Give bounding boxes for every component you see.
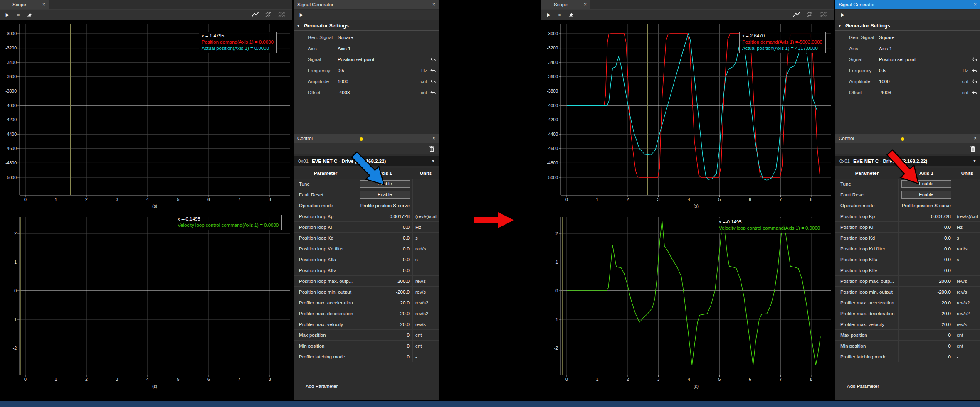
multi-plot-icon[interactable] xyxy=(819,10,827,20)
parameter-value[interactable]: 0.0 xyxy=(899,243,954,254)
stop-button[interactable]: ■ xyxy=(555,10,564,20)
single-plot-icon[interactable] xyxy=(251,10,259,20)
setting-value[interactable]: 0.5 xyxy=(338,68,344,73)
parameter-value[interactable]: 20.0 xyxy=(357,297,413,308)
generator-settings-header[interactable]: ▾ Generator Settings xyxy=(294,21,439,31)
parameter-value[interactable]: 0.0 xyxy=(899,222,954,232)
parameter-value[interactable]: 0.0 xyxy=(899,254,954,265)
parameter-value[interactable]: 0.0 xyxy=(357,233,413,243)
parameter-value[interactable]: 0 xyxy=(357,341,413,351)
svg-text:5: 5 xyxy=(177,197,180,202)
close-icon[interactable]: × xyxy=(584,2,587,7)
parameter-value[interactable]: 200.0 xyxy=(357,276,413,286)
parameter-value[interactable]: -200.0 xyxy=(357,287,413,297)
play-button[interactable]: ▶ xyxy=(3,10,12,20)
undo-icon[interactable] xyxy=(430,79,436,84)
undo-icon[interactable] xyxy=(972,79,978,84)
clear-scope-button[interactable] xyxy=(25,10,33,20)
parameter-value[interactable]: -200.0 xyxy=(899,287,954,297)
parameter-value[interactable]: 20.0 xyxy=(357,319,413,329)
play-button[interactable]: ▶ xyxy=(297,10,306,20)
parameter-value[interactable]: 20.0 xyxy=(899,319,954,329)
fault-reset-enable-button[interactable]: Enable xyxy=(901,191,951,199)
scope-chart-bottom[interactable]: 210-1-2012345678(s) xyxy=(0,210,292,390)
setting-value[interactable]: 0.5 xyxy=(879,68,886,73)
chevron-down-icon[interactable]: ▼ xyxy=(973,159,977,163)
undo-icon[interactable] xyxy=(430,91,436,96)
parameter-value[interactable]: 0 xyxy=(899,341,954,351)
split-plot-icon[interactable] xyxy=(264,10,273,20)
setting-value[interactable]: Square xyxy=(338,35,353,40)
parameter-value[interactable]: 0.001728 xyxy=(357,211,413,221)
parameter-value[interactable]: 0.0 xyxy=(357,254,413,265)
tab-scope[interactable]: Scope × xyxy=(541,0,590,9)
setting-value[interactable]: 1000 xyxy=(879,79,890,84)
parameter-value[interactable]: 0 xyxy=(899,351,954,362)
parameter-value[interactable]: 0 xyxy=(357,330,413,340)
fault-reset-enable-button[interactable]: Enable xyxy=(360,191,410,199)
parameter-value[interactable]: 20.0 xyxy=(357,308,413,319)
svg-text:-3000: -3000 xyxy=(547,31,558,36)
undo-icon[interactable] xyxy=(972,57,978,62)
parameter-value[interactable]: Profile position S-curve xyxy=(357,200,413,211)
parameter-value[interactable]: 0 xyxy=(357,351,413,362)
setting-value[interactable]: Axis 1 xyxy=(338,46,351,51)
generator-settings-header[interactable]: ▾ Generator Settings xyxy=(835,21,980,31)
close-icon[interactable]: × xyxy=(432,135,435,141)
undo-icon[interactable] xyxy=(972,91,978,96)
setting-value[interactable]: -4003 xyxy=(338,90,350,95)
parameter-value[interactable]: 0.0 xyxy=(357,265,413,275)
split-plot-icon[interactable] xyxy=(806,10,814,20)
device-selector[interactable]: 0x01 EVE-NET-C - Drive (192.168.2.22) ▼ xyxy=(835,156,980,166)
parameter-value[interactable]: 0.0 xyxy=(357,243,413,254)
side-panel: Signal Generator × ▶ ▾ Generator Setting… xyxy=(294,0,439,400)
add-parameter-button[interactable]: Add Parameter xyxy=(306,384,338,389)
setting-value[interactable]: Square xyxy=(879,35,894,40)
undo-icon[interactable] xyxy=(972,69,978,74)
parameter-value[interactable]: 20.0 xyxy=(899,297,954,308)
close-icon[interactable]: × xyxy=(432,2,435,7)
tab-scope[interactable]: Scope × xyxy=(0,0,49,9)
svg-text:-1: -1 xyxy=(13,317,17,322)
device-selector[interactable]: 0x01 EVE-NET-C - Drive (192.168.2.22) ▼ xyxy=(294,156,439,166)
undo-icon[interactable] xyxy=(430,69,436,74)
parameter-value[interactable]: 20.0 xyxy=(899,308,954,319)
parameter-value[interactable]: Profile position S-curve xyxy=(899,200,954,211)
signal-generator-title-bar[interactable]: Signal Generator × xyxy=(294,0,439,9)
svg-text:8: 8 xyxy=(269,377,271,382)
stop-button[interactable]: ■ xyxy=(14,10,22,20)
parameter-value[interactable]: 0.0 xyxy=(899,233,954,243)
trash-icon[interactable] xyxy=(429,146,434,152)
parameter-value[interactable]: 200.0 xyxy=(899,276,954,286)
parameter-value[interactable]: 0 xyxy=(899,330,954,340)
parameter-value[interactable]: 0.001728 xyxy=(899,211,954,221)
setting-value[interactable]: Axis 1 xyxy=(879,46,892,51)
parameter-value[interactable]: 0.0 xyxy=(357,222,413,232)
chevron-down-icon[interactable]: ▼ xyxy=(431,159,435,163)
tune-enable-button[interactable]: Enable xyxy=(360,180,410,188)
clear-scope-button[interactable] xyxy=(566,10,575,20)
scope-chart-bottom[interactable]: 210-1-2012345678(s) xyxy=(541,210,834,390)
chevron-down-icon[interactable]: ▾ xyxy=(839,23,843,28)
close-icon[interactable]: × xyxy=(974,135,977,141)
setting-value[interactable]: 1000 xyxy=(338,79,348,84)
control-title-bar[interactable]: Control × xyxy=(294,134,439,143)
setting-value[interactable]: Position set-point xyxy=(338,57,374,62)
multi-plot-icon[interactable] xyxy=(278,10,286,20)
play-button[interactable]: ▶ xyxy=(839,10,847,20)
close-icon[interactable]: × xyxy=(974,2,977,7)
close-icon[interactable]: × xyxy=(42,2,45,7)
trash-icon[interactable] xyxy=(970,146,976,152)
single-plot-icon[interactable] xyxy=(792,10,801,20)
parameter-value[interactable]: 0.0 xyxy=(899,265,954,275)
undo-icon[interactable] xyxy=(430,57,436,62)
add-parameter-button[interactable]: Add Parameter xyxy=(847,384,879,389)
chevron-down-icon[interactable]: ▾ xyxy=(297,23,301,28)
tune-enable-button[interactable]: Enable xyxy=(901,180,951,188)
play-button[interactable]: ▶ xyxy=(545,10,553,20)
signal-generator-title-bar[interactable]: Signal Generator × xyxy=(835,0,980,9)
control-title-bar[interactable]: Control × xyxy=(835,134,980,143)
setting-value[interactable]: Position set-point xyxy=(879,57,916,62)
setting-value[interactable]: -4003 xyxy=(879,90,891,95)
table-row: Position loop max. outp...200.0rev/s xyxy=(294,276,439,287)
